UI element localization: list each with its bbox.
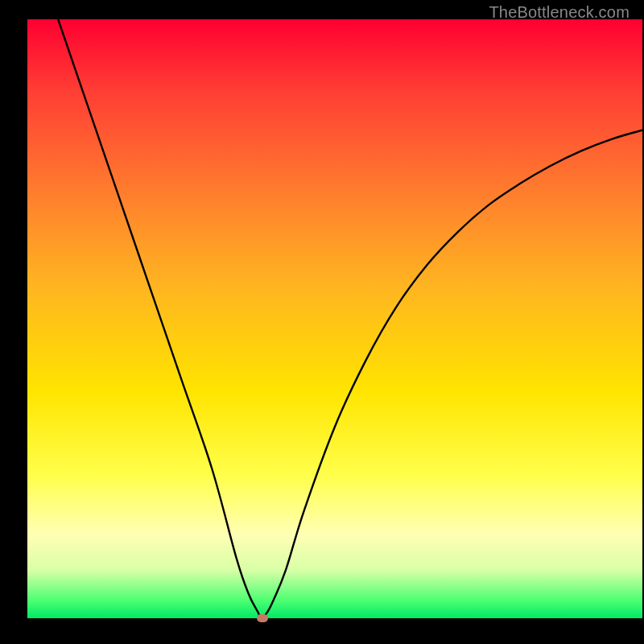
- optimal-point-marker: [257, 614, 268, 622]
- watermark-text: TheBottleneck.com: [489, 3, 630, 22]
- chart-plot-area: [27, 19, 642, 618]
- bottleneck-curve: [27, 19, 642, 618]
